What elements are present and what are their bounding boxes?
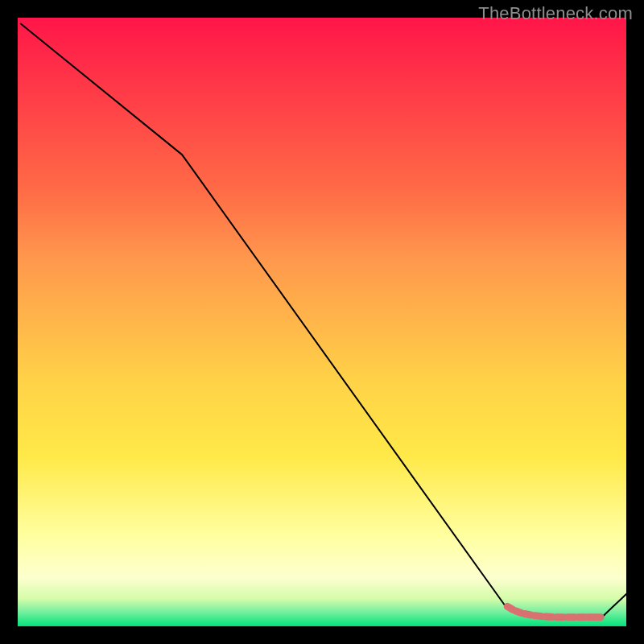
watermark-text: TheBottleneck.com <box>478 3 633 24</box>
chart-container: TheBottleneck.com <box>0 0 644 644</box>
highlight-dash <box>507 606 513 609</box>
plot-background <box>18 18 626 626</box>
chart-svg <box>0 0 644 644</box>
highlight-dash <box>525 614 531 615</box>
highlight-dash <box>535 616 542 617</box>
highlight-dash <box>516 611 522 613</box>
